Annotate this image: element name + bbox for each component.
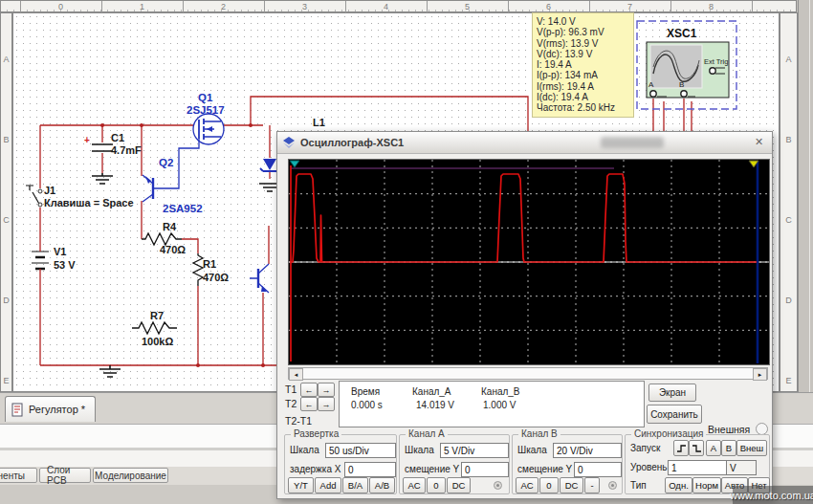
probe-line: V(dc): 13.9 V xyxy=(537,49,629,59)
channel-b-dc-button[interactable]: DC xyxy=(560,477,583,493)
timebase-scale-value: 50 us/Div xyxy=(329,446,369,456)
t2-right-button[interactable]: → xyxy=(318,397,335,411)
channel-a-ac-button[interactable]: AC xyxy=(403,477,426,493)
channel-a-dc-button[interactable]: DC xyxy=(447,477,471,493)
trigger-ext-button[interactable]: Внеш xyxy=(736,440,767,456)
falling-edge-button[interactable] xyxy=(689,440,704,456)
zero-label: 0 xyxy=(433,480,438,491)
trigger-legend: Синхронизация xyxy=(631,428,706,439)
channel-b-legend: Канал B xyxy=(518,428,560,439)
blurred-watermark xyxy=(601,137,664,148)
timebase-delay-input[interactable]: 0 xyxy=(344,462,396,477)
channel-a-header: Канал_A xyxy=(412,386,451,397)
channel-b-zero-button[interactable]: 0 xyxy=(539,477,559,493)
t1-left-button[interactable]: ← xyxy=(300,383,318,397)
t1-right-button[interactable]: → xyxy=(318,383,335,397)
timebase-group: Развертка Шкала 50 us/Div задержка X 0 Y… xyxy=(284,434,397,494)
xsc1-instrument[interactable]: XSC1 Ext Trig A B xyxy=(637,21,736,109)
site-watermark: www.moto.com.ua xyxy=(733,486,813,504)
terminal-b[interactable] xyxy=(681,91,687,97)
probe-line: V(rms): 13.9 V xyxy=(537,38,629,49)
channel-a-zero-button[interactable]: 0 xyxy=(427,477,446,493)
window-title: Осциллограф-XSC1 xyxy=(300,137,404,148)
right-arrow-icon: → xyxy=(322,385,331,395)
mode-add-button[interactable]: Add xyxy=(315,477,341,493)
type-single-button[interactable]: Одн. xyxy=(665,477,692,493)
type-normal-button[interactable]: Норм xyxy=(692,477,721,493)
scroll-left-icon[interactable]: ◂ xyxy=(289,368,303,381)
scope-display xyxy=(288,159,770,365)
window-titlebar[interactable]: Осциллограф-XSC1 ✕ xyxy=(277,132,772,154)
probe-line: I(dc): 19.4 A xyxy=(537,92,629,102)
channel-a-offset-input[interactable]: 0 xyxy=(461,462,509,477)
minus-label: - xyxy=(590,480,593,491)
rising-edge-button[interactable] xyxy=(673,440,689,456)
r1-value-label[interactable]: 470Ω xyxy=(203,272,229,283)
scale-label: Шкала xyxy=(517,445,547,455)
channel-a-led xyxy=(494,481,502,490)
r1-ref-label[interactable]: R1 xyxy=(203,258,216,270)
trigger-b-label: B xyxy=(726,443,732,453)
display-scrollbar[interactable]: ◂ ▸ xyxy=(288,367,768,380)
probe-line: I(p-p): 134 mA xyxy=(537,70,629,80)
t2-left-button[interactable]: ← xyxy=(300,397,318,411)
instrument-icon xyxy=(282,136,296,149)
j1-ref-label[interactable]: J1 xyxy=(44,185,55,196)
channel-b-offset-value: 0 xyxy=(578,465,583,475)
ac-label: AC xyxy=(520,480,533,491)
dc-label: DC xyxy=(565,480,579,491)
v1-ref-label[interactable]: V1 xyxy=(54,246,66,257)
save-button-label: Сохранить xyxy=(650,409,698,420)
channel-b-led xyxy=(608,481,617,490)
r7-ref-label[interactable]: R7 xyxy=(150,310,164,321)
channel-a-scale-input[interactable]: 5 V/Div xyxy=(440,443,509,458)
timebase-legend: Развертка xyxy=(291,428,341,439)
zero-label: 0 xyxy=(546,480,551,491)
channel-b-offset-input[interactable]: 0 xyxy=(574,462,622,477)
terminal-a[interactable] xyxy=(650,91,656,97)
q1-part-label[interactable]: 2SJ517 xyxy=(187,104,225,116)
q1-ref-label[interactable]: Q1 xyxy=(198,92,213,103)
mode-ba-button[interactable]: B/A xyxy=(342,477,368,493)
j1-note-label[interactable]: Клавиша = Space xyxy=(44,197,134,208)
c1-value-label[interactable]: 4.7mF xyxy=(111,144,142,156)
channel-b-header: Канал_B xyxy=(481,386,520,397)
mode-ab-label: A/B xyxy=(375,480,389,491)
channel-b-group: Канал B Шкала 20 V/Div смещение Y 0 AC 0… xyxy=(512,434,623,494)
v1-value-label[interactable]: 53 V xyxy=(54,259,76,271)
trigger-a-button[interactable]: A xyxy=(706,440,721,456)
oscilloscope-window[interactable]: Осциллограф-XSC1 ✕ ◂ ▸ xyxy=(276,131,773,499)
terminal-ext[interactable] xyxy=(710,68,715,74)
scroll-right-icon[interactable]: ▸ xyxy=(753,368,767,381)
l1-ref-label[interactable]: L1 xyxy=(313,117,325,128)
channel-b-minus-button[interactable]: - xyxy=(584,477,600,493)
probe-line: V(p-p): 96.3 mV xyxy=(537,27,629,37)
r7-value-label[interactable]: 100kΩ xyxy=(142,336,173,347)
channel-b-scale-input[interactable]: 20 V/Div xyxy=(553,443,622,458)
save-button[interactable]: Сохранить xyxy=(647,405,702,424)
trigger-b-button[interactable]: B xyxy=(721,440,736,456)
timebase-scale-input[interactable]: 50 us/Div xyxy=(325,443,396,458)
channel-b-scale-value: 20 V/Div xyxy=(557,446,593,456)
screen-button[interactable]: Экран xyxy=(648,383,696,402)
scale-label: Шкала xyxy=(405,445,434,455)
r4-ref-label[interactable]: R4 xyxy=(163,221,177,232)
probe-line: V: 14.0 V xyxy=(537,16,629,27)
r4-value-label[interactable]: 470Ω xyxy=(160,244,186,255)
channel-b-ac-button[interactable]: AC xyxy=(516,477,538,493)
close-icon[interactable]: ✕ xyxy=(752,135,766,149)
mode-yt-button[interactable]: Y/T xyxy=(288,477,314,493)
time-value: 0.000 s xyxy=(351,400,383,410)
trigger-unit-value: V xyxy=(730,463,736,473)
trigger-level-input[interactable]: 1 xyxy=(668,460,727,475)
trigger-unit-box[interactable]: V xyxy=(726,460,757,475)
mode-ab-button[interactable]: A/B xyxy=(369,477,395,493)
scroll-left-glyph: ◂ xyxy=(295,371,298,379)
c1-ref-label[interactable]: C1 xyxy=(111,132,124,143)
dc-label: DC xyxy=(452,480,466,491)
left-arrow-icon: ← xyxy=(305,400,314,409)
probe-line: Частота: 2.50 kHz xyxy=(537,102,629,113)
q2-part-label[interactable]: 2SA952 xyxy=(163,203,203,214)
probe-readout[interactable]: V: 14.0 V V(p-p): 96.3 mV V(rms): 13.9 V… xyxy=(532,12,634,118)
q2-ref-label[interactable]: Q2 xyxy=(159,157,173,168)
